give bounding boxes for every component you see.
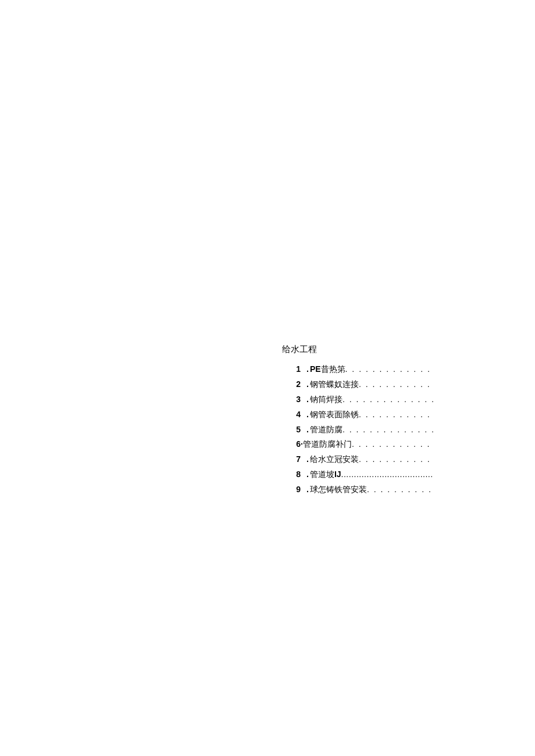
toc-number: 1 xyxy=(293,362,301,377)
toc-dots: . . . . . . . . . . . . . xyxy=(367,482,433,497)
toc-prefix: PE xyxy=(310,362,321,377)
toc-list: 1 . PE 昔热第 . . . . . . . . . . . . . . .… xyxy=(282,362,433,497)
toc-separator: . xyxy=(306,392,309,407)
toc-text: 管道防腐 xyxy=(310,422,343,438)
toc-separator: . xyxy=(306,482,309,497)
toc-number: 9 xyxy=(293,482,301,497)
toc-item: 2 . 钢管蝶奴连接 . . . . . . . . . . . . . . .… xyxy=(293,377,433,392)
toc-item: 9 . 球怎铸铁管安装 . . . . . . . . . . . . . xyxy=(293,482,433,497)
toc-text: 管道防腐补门 xyxy=(303,437,352,452)
toc-text: 昔热第 xyxy=(321,362,345,377)
toc-item: 1 . PE 昔热第 . . . . . . . . . . . . . . .… xyxy=(293,362,433,377)
toc-separator: . xyxy=(306,467,309,482)
toc-number: 7 xyxy=(293,452,301,467)
toc-number: 3 xyxy=(293,392,301,407)
toc-item: 8 . 管道坡 IJ .............................… xyxy=(293,467,433,482)
toc-separator: . xyxy=(306,452,309,467)
toc-text: 钢管蝶奴连接 xyxy=(310,377,359,392)
toc-suffix: IJ xyxy=(334,467,341,482)
toc-separator: . xyxy=(306,422,309,438)
toc-number: 5 xyxy=(293,422,301,438)
toc-dots: . . . . . . . . . . . . . . . . . . . . xyxy=(345,362,433,377)
toc-number: 8 xyxy=(293,467,301,482)
toc-dots: . . . . . . . . . . . . . . . . . . . . xyxy=(343,392,433,407)
toc-item: 3 . 钠筒焊接 . . . . . . . . . . . . . . . .… xyxy=(293,392,433,407)
toc-dots: . . . . . . . . . . . . . . . xyxy=(359,452,433,467)
toc-text: 钠筒焊接 xyxy=(310,392,343,407)
toc-number: 2 xyxy=(293,377,301,392)
toc-dots: . . . . . . . . . . . . . . . . xyxy=(359,377,433,392)
toc-text: 球怎铸铁管安装 xyxy=(310,482,367,497)
toc-separator: . xyxy=(306,362,309,377)
toc-dots: . . . . . . . . . . . . . . . . . xyxy=(352,437,433,452)
toc-section: 给水工程 1 . PE 昔热第 . . . . . . . . . . . . … xyxy=(282,344,433,497)
toc-dots: . . . . . . . . . . . . . . . xyxy=(359,407,433,422)
toc-item: 6 · 管道防腐补门 . . . . . . . . . . . . . . .… xyxy=(293,437,433,452)
section-title: 给水工程 xyxy=(282,344,433,355)
toc-dots: ...................................... xyxy=(341,467,433,482)
toc-dots: . . . . . . . . . . . . . . . . . . . . xyxy=(343,422,433,438)
toc-separator: . xyxy=(306,407,309,422)
toc-number: 4 xyxy=(293,407,301,422)
toc-item: 4 . 钢管表面除锈 . . . . . . . . . . . . . . . xyxy=(293,407,433,422)
toc-item: 5 . 管道防腐 . . . . . . . . . . . . . . . .… xyxy=(293,422,433,438)
toc-separator: . xyxy=(306,377,309,392)
toc-text: 钢管表面除锈 xyxy=(310,407,359,422)
toc-text: 给水立冠安装 xyxy=(310,452,359,467)
toc-item: 7 . 给水立冠安装 . . . . . . . . . . . . . . . xyxy=(293,452,433,467)
toc-number: 6 xyxy=(293,437,301,452)
toc-text: 管道坡 xyxy=(310,467,334,482)
